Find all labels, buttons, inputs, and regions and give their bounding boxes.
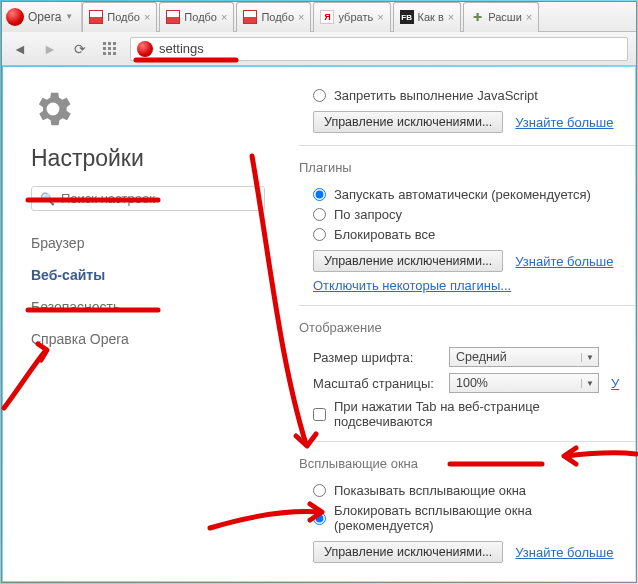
puzzle-icon: ✚	[470, 10, 484, 24]
plugins-block-label: Блокировать все	[334, 227, 435, 242]
svg-rect-1	[108, 42, 111, 45]
svg-rect-0	[103, 42, 106, 45]
sidebar-item-help[interactable]: Справка Opera	[31, 323, 265, 355]
toolbar: ◄ ► ⟳ settings	[2, 32, 636, 66]
svg-rect-7	[108, 52, 111, 55]
radio-input[interactable]	[313, 512, 326, 525]
svg-rect-3	[103, 47, 106, 50]
bars-icon	[89, 10, 103, 24]
fb-icon: FB	[400, 10, 414, 24]
plugins-heading: Плагины	[299, 160, 635, 175]
opera-logo-icon	[6, 8, 24, 26]
settings-sidebar: Настройки 🔍 Браузер Веб-сайты Безопаснос…	[3, 67, 299, 581]
zoom-learn-more-link[interactable]: У	[611, 376, 619, 391]
js-deny-label: Запретить выполнение JavaScript	[334, 88, 538, 103]
popups-block-option[interactable]: Блокировать всплывающие окна (рекомендуе…	[313, 503, 635, 533]
dropdown-arrow-icon: ▼	[581, 379, 594, 388]
tab-title: Подбо	[107, 11, 140, 23]
popups-exceptions-button[interactable]: Управление исключениями...	[313, 541, 503, 563]
plugins-demand-label: По запросу	[334, 207, 402, 222]
dropdown-arrow-icon: ▼	[581, 353, 594, 362]
tab-title: Подбо	[184, 11, 217, 23]
radio-input[interactable]	[313, 228, 326, 241]
js-deny-option[interactable]: Запретить выполнение JavaScript	[313, 88, 635, 103]
plugins-exceptions-button[interactable]: Управление исключениями...	[313, 250, 503, 272]
yandex-icon: Я	[320, 10, 334, 24]
search-icon: 🔍	[40, 192, 55, 206]
settings-search-input[interactable]	[61, 191, 256, 206]
opera-page-icon	[137, 41, 153, 57]
js-learn-more-link[interactable]: Узнайте больше	[515, 115, 613, 130]
opera-menu-button[interactable]: Opera ▼	[2, 2, 82, 32]
browser-tab[interactable]: Подбо ×	[82, 2, 157, 32]
svg-rect-4	[108, 47, 111, 50]
svg-rect-5	[113, 47, 116, 50]
checkbox-input[interactable]	[313, 408, 326, 421]
tab-strip: Подбо × Подбо × Подбо × Я убрать × FB Ка…	[82, 2, 541, 32]
sidebar-item-browser[interactable]: Браузер	[31, 227, 265, 259]
tab-title: Расши	[488, 11, 522, 23]
disable-plugins-link[interactable]: Отключить некоторые плагины...	[313, 278, 511, 293]
radio-input[interactable]	[313, 484, 326, 497]
sidebar-item-security[interactable]: Безопасность	[31, 291, 265, 323]
browser-tab[interactable]: FB Как в ×	[393, 2, 462, 32]
settings-panel: Запретить выполнение JavaScript Управлен…	[299, 67, 635, 581]
tab-title: Подбо	[261, 11, 294, 23]
tab-title: убрать	[338, 11, 373, 23]
bars-icon	[243, 10, 257, 24]
svg-rect-2	[113, 42, 116, 45]
address-value: settings	[159, 41, 204, 56]
radio-input[interactable]	[313, 208, 326, 221]
close-icon[interactable]: ×	[221, 11, 227, 23]
close-icon[interactable]: ×	[448, 11, 454, 23]
page-zoom-value: 100%	[456, 376, 488, 390]
font-size-label: Размер шрифта:	[313, 350, 443, 365]
reload-button[interactable]: ⟳	[70, 39, 90, 59]
font-size-value: Средний	[456, 350, 507, 364]
close-icon[interactable]: ×	[144, 11, 150, 23]
popups-show-label: Показывать всплывающие окна	[334, 483, 526, 498]
tab-highlight-option[interactable]: При нажатии Tab на веб-странице подсвечи…	[313, 399, 635, 429]
plugins-auto-label: Запускать автоматически (рекомендуется)	[334, 187, 591, 202]
plugins-auto-option[interactable]: Запускать автоматически (рекомендуется)	[313, 187, 635, 202]
js-exceptions-button[interactable]: Управление исключениями...	[313, 111, 503, 133]
page-zoom-select[interactable]: 100% ▼	[449, 373, 599, 393]
back-button[interactable]: ◄	[10, 39, 30, 59]
opera-menu-label: Opera	[28, 10, 61, 24]
content-area: Настройки 🔍 Браузер Веб-сайты Безопаснос…	[3, 67, 635, 581]
forward-button[interactable]: ►	[40, 39, 60, 59]
chevron-down-icon: ▼	[65, 12, 73, 21]
browser-tab[interactable]: Подбо ×	[159, 2, 234, 32]
bars-icon	[166, 10, 180, 24]
popups-show-option[interactable]: Показывать всплывающие окна	[313, 483, 635, 498]
tab-highlight-label: При нажатии Tab на веб-странице подсвечи…	[334, 399, 635, 429]
tab-title: Как в	[418, 11, 444, 23]
close-icon[interactable]: ×	[526, 11, 532, 23]
browser-tab[interactable]: Я убрать ×	[313, 2, 390, 32]
popups-learn-more-link[interactable]: Узнайте больше	[515, 545, 613, 560]
browser-tab[interactable]: Подбо ×	[236, 2, 311, 32]
page-zoom-label: Масштаб страницы:	[313, 376, 443, 391]
close-icon[interactable]: ×	[377, 11, 383, 23]
popups-block-label: Блокировать всплывающие окна (рекомендуе…	[334, 503, 635, 533]
address-bar[interactable]: settings	[130, 37, 628, 61]
speed-dial-button[interactable]	[100, 39, 120, 59]
sidebar-item-websites[interactable]: Веб-сайты	[31, 259, 265, 291]
radio-input[interactable]	[313, 89, 326, 102]
titlebar: Opera ▼ Подбо × Подбо × Подбо × Я убрать	[2, 2, 636, 32]
font-size-select[interactable]: Средний ▼	[449, 347, 599, 367]
settings-search[interactable]: 🔍	[31, 186, 265, 211]
browser-tab[interactable]: ✚ Расши ×	[463, 2, 539, 32]
plugins-block-option[interactable]: Блокировать все	[313, 227, 635, 242]
close-icon[interactable]: ×	[298, 11, 304, 23]
gear-icon	[31, 87, 75, 131]
svg-rect-8	[113, 52, 116, 55]
svg-rect-6	[103, 52, 106, 55]
display-heading: Отображение	[299, 320, 635, 335]
radio-input[interactable]	[313, 188, 326, 201]
popups-heading: Всплывающие окна	[299, 456, 635, 471]
plugins-learn-more-link[interactable]: Узнайте больше	[515, 254, 613, 269]
settings-title: Настройки	[31, 145, 265, 172]
plugins-demand-option[interactable]: По запросу	[313, 207, 635, 222]
